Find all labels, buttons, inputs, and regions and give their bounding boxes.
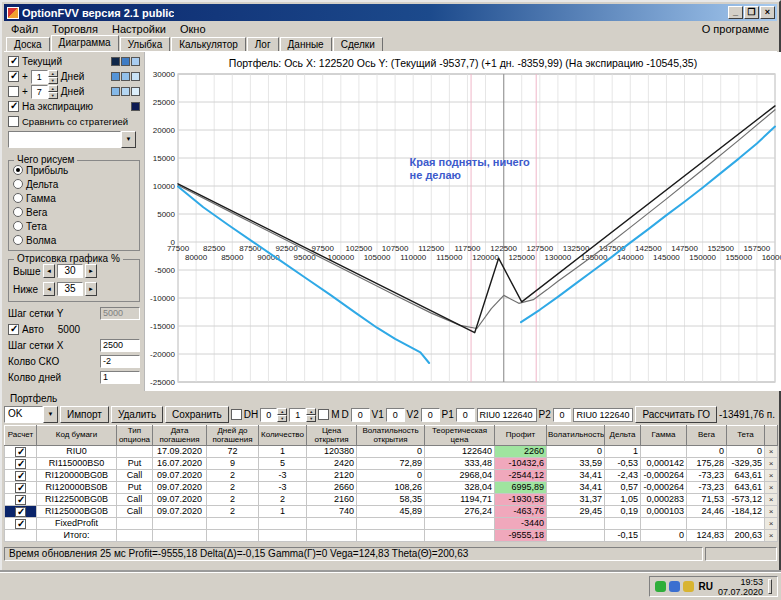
delete-row-button[interactable]: × — [765, 446, 778, 458]
column-header-Профит[interactable]: Профит — [495, 426, 547, 446]
delete-row-button[interactable]: × — [765, 518, 778, 530]
radio-Гамма[interactable] — [13, 193, 23, 203]
column-header-Дата погашения[interactable]: Дата погашения — [153, 426, 207, 446]
below-increase-button[interactable]: ► — [85, 282, 97, 296]
tray-icon-green[interactable] — [655, 581, 666, 592]
column-header-Тета[interactable]: Тета — [727, 426, 765, 446]
spin-up-icon[interactable]: ▲ — [48, 85, 58, 92]
delete-row-button[interactable]: × — [765, 482, 778, 494]
delete-row-button[interactable]: × — [765, 458, 778, 470]
plus7-days-spinner[interactable]: 7 ▲▼ — [31, 85, 58, 99]
spin-down-icon[interactable]: ▼ — [48, 92, 58, 99]
dh-spinner-1[interactable]: 0 ▲▼ — [260, 408, 287, 422]
compare-strategy-checkbox[interactable] — [8, 116, 19, 127]
current-checkbox[interactable] — [8, 56, 19, 67]
column-header-Дельта[interactable]: Дельта — [605, 426, 641, 446]
row-checkbox[interactable] — [15, 507, 26, 517]
row-calc-cell[interactable] — [5, 470, 37, 482]
row-calc-cell[interactable] — [5, 458, 37, 470]
chevron-down-icon[interactable]: ▼ — [121, 131, 136, 148]
column-header-Расчет[interactable]: Расчет — [5, 426, 37, 446]
color-swatch[interactable] — [111, 72, 120, 81]
menu-Окно[interactable]: Окно — [173, 23, 213, 35]
spin-down-icon[interactable]: ▼ — [48, 77, 58, 84]
spin-up-icon[interactable]: ▲ — [277, 408, 287, 415]
row-checkbox[interactable] — [15, 519, 26, 529]
tab-Доска[interactable]: Доска — [6, 37, 50, 51]
auto-grid-checkbox[interactable] — [8, 324, 19, 335]
tab-Калькулятор[interactable]: Калькулятор — [171, 37, 246, 51]
row-calc-cell[interactable] — [5, 482, 37, 494]
color-swatch[interactable] — [131, 87, 140, 96]
column-header-Тип опциона[interactable]: Тип опциона — [117, 426, 153, 446]
radio-Дельта[interactable] — [13, 179, 23, 189]
menu-Настройки[interactable]: Настройки — [105, 23, 173, 35]
row-checkbox[interactable] — [15, 495, 26, 505]
row-calc-cell[interactable] — [5, 446, 37, 458]
tab-Улыбка[interactable]: Улыбка — [120, 37, 171, 51]
row-checkbox[interactable] — [15, 459, 26, 469]
column-header-Волатильность[interactable]: Волатильность — [547, 426, 605, 446]
delete-row-button[interactable]: × — [765, 494, 778, 506]
spin-up-icon[interactable]: ▲ — [306, 408, 316, 415]
delete-button[interactable]: Удалить — [111, 406, 163, 423]
strategy-combobox[interactable]: ▼ — [8, 131, 136, 148]
tab-Диаграмма[interactable]: Диаграмма — [51, 35, 119, 51]
column-header-Дней до погашения[interactable]: Дней до погашения — [207, 426, 259, 446]
radio-Тета[interactable] — [13, 221, 23, 231]
column-header-Код бумаги[interactable]: Код бумаги — [37, 426, 117, 446]
column-header-Вега[interactable]: Вега — [687, 426, 727, 446]
column-header-Количество[interactable]: Количество — [259, 426, 307, 446]
column-header-Теоретическая цена[interactable]: Теоретическая цена — [425, 426, 495, 446]
grid-x-input[interactable]: 2500 — [100, 339, 140, 352]
color-swatch[interactable] — [121, 72, 130, 81]
color-swatch[interactable] — [111, 57, 120, 66]
delete-row-button[interactable]: × — [765, 530, 778, 542]
import-button[interactable]: Импорт — [60, 406, 109, 423]
maximize-button[interactable]: ❐ — [744, 6, 759, 19]
row-checkbox[interactable] — [15, 483, 26, 493]
color-swatch[interactable] — [121, 87, 130, 96]
d-input[interactable]: 0 — [351, 408, 370, 422]
row-checkbox[interactable] — [15, 471, 26, 481]
column-header-Волатильность открытия[interactable]: Волатильность открытия — [357, 426, 425, 446]
color-swatch[interactable] — [111, 87, 120, 96]
calc-margin-button[interactable]: Рассчитать ГО — [635, 406, 717, 423]
close-button[interactable]: × — [760, 6, 775, 19]
radio-Вега[interactable] — [13, 207, 23, 217]
plus7-checkbox[interactable] — [8, 86, 19, 97]
preset-combobox[interactable]: OK ▼ — [4, 406, 58, 423]
row-calc-cell[interactable] — [5, 494, 37, 506]
radio-Волма[interactable] — [13, 235, 23, 245]
color-swatch[interactable] — [121, 57, 130, 66]
delete-row-button[interactable]: × — [765, 470, 778, 482]
plus1-checkbox[interactable] — [8, 71, 19, 82]
v1-input[interactable]: 0 — [386, 408, 405, 422]
menu-Торговля[interactable]: Торговля — [45, 23, 105, 35]
above-increase-button[interactable]: ► — [85, 264, 97, 278]
p2-input[interactable]: 0 — [553, 408, 572, 422]
color-swatch[interactable] — [131, 57, 140, 66]
dh-checkbox[interactable] — [231, 409, 242, 420]
spin-down-icon[interactable]: ▼ — [306, 415, 316, 422]
minimize-button[interactable]: _ — [728, 6, 743, 19]
menu-about[interactable]: О программе — [695, 23, 777, 35]
menu-Файл[interactable]: Файл — [4, 23, 45, 35]
tray-icon-yellow[interactable] — [683, 581, 694, 592]
row-calc-cell[interactable] — [5, 518, 37, 530]
tray-icon-blue[interactable] — [669, 581, 680, 592]
dh-spinner-2[interactable]: 1 ▲▼ — [289, 408, 316, 422]
row-calc-cell[interactable] — [5, 506, 37, 518]
row-checkbox[interactable] — [15, 447, 26, 457]
language-indicator[interactable]: RU — [699, 581, 713, 592]
m-checkbox[interactable] — [318, 409, 329, 420]
color-swatch[interactable] — [131, 72, 140, 81]
column-header-Гамма[interactable]: Гамма — [641, 426, 687, 446]
column-header-Цена открытия[interactable]: Цена открытия — [307, 426, 357, 446]
radio-Прибыль[interactable] — [13, 165, 23, 175]
save-button[interactable]: Сохранить — [165, 406, 229, 423]
chevron-down-icon[interactable]: ▼ — [43, 406, 58, 423]
tab-Данные[interactable]: Данные — [280, 37, 332, 51]
spin-down-icon[interactable]: ▼ — [277, 415, 287, 422]
expiration-checkbox[interactable] — [8, 101, 19, 112]
